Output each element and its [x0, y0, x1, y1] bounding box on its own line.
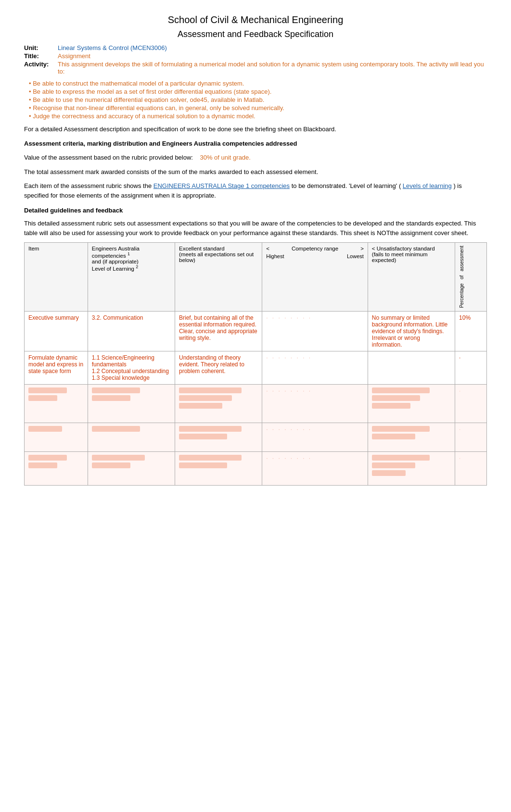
row4-item: [25, 423, 88, 451]
header-unsat-line1: < Unsatisfactory standard: [372, 246, 435, 251]
row3-excellent: [175, 384, 262, 423]
activity-row: Activity: This assignment develops the s…: [24, 61, 487, 75]
row3-item: [25, 384, 88, 423]
header-excellent-line1: Excellent standard: [179, 246, 225, 251]
comp-highest: Highest: [266, 253, 284, 259]
competency-header-inner: < Competency range >: [266, 246, 364, 251]
row1-ea: 3.2. Communication: [88, 311, 175, 351]
row5-competency: · · · · · · · ·: [262, 451, 368, 485]
row5-item: [25, 451, 88, 485]
bullet-1: Be able to construct the mathematical mo…: [29, 80, 487, 87]
value-highlight: 30% of unit grade.: [200, 154, 251, 161]
table-row: · · · · · · · · ·: [25, 384, 487, 423]
header-ea: Engineers Australia competencies 1 and (…: [88, 243, 175, 312]
row2-percentage: ·: [455, 351, 487, 384]
value-line: Value of the assessment based on the rub…: [24, 153, 487, 162]
row1-competency: · · · · · · · ·: [262, 311, 368, 351]
row2-item-text: Formulate dynamic model and express in s…: [28, 354, 83, 375]
bullet-list: Be able to construct the mathematical mo…: [29, 80, 487, 120]
header-unsat-line2: (fails to meet minimum expected): [372, 251, 428, 263]
unit-label: Unit:: [24, 44, 58, 51]
row5-ea: [88, 451, 175, 485]
row1-pct-text: 10%: [459, 314, 471, 321]
meta-block: Unit: Linear Systems & Control (MCEN3006…: [24, 44, 487, 75]
header-percentage: Percentage of assessment: [455, 243, 487, 312]
table-row: Executive summary 3.2. Communication Bri…: [25, 311, 487, 351]
briefing-paragraph: For a detailed Assessment description an…: [24, 125, 487, 134]
header-ea-line1: Engineers Australia competencies: [92, 246, 140, 259]
header-excellent-line2: (meets all expectations set out below): [179, 251, 254, 263]
row4-percentage: ·: [455, 423, 487, 451]
value-prefix: Value of the assessment based on the rub…: [24, 154, 193, 161]
row3-competency: · · · · · · · ·: [262, 384, 368, 423]
row2-excellent: Understanding of theory evident. Theory …: [175, 351, 262, 384]
row4-dots: · · · · · · · ·: [266, 426, 312, 433]
comp-prefix: Each item of the assessment rubric shows…: [24, 182, 153, 189]
header-ea-sup1: 1: [128, 251, 130, 256]
row1-ea-text: 3.2. Communication: [92, 314, 143, 321]
row3-ea: [88, 384, 175, 423]
criteria-heading: Assessment criteria, marking distributio…: [24, 139, 487, 149]
row2-pct-text: ·: [459, 354, 460, 361]
row5-excellent: [175, 451, 262, 485]
header-ea-line2: and (if appropriate): [92, 259, 139, 264]
comp-lowest: Lowest: [347, 253, 364, 259]
header-item: Item: [25, 243, 88, 312]
row5-unsatisfactory: [368, 451, 455, 485]
row2-item: Formulate dynamic model and express in s…: [25, 351, 88, 384]
row3-unsatisfactory: [368, 384, 455, 423]
bullet-5: Judge the correctness and accuracy of a …: [29, 112, 487, 120]
row1-excellent: Brief, but containing all of the essenti…: [175, 311, 262, 351]
row5-dots: · · · · · · · ·: [266, 455, 312, 462]
unit-value: Linear Systems & Control (MCEN3006): [58, 44, 167, 51]
comp-symbol-left: <: [266, 246, 269, 251]
page-title: School of Civil & Mechanical Engineering: [24, 14, 487, 25]
row2-unsatisfactory: [368, 351, 455, 384]
row1-unsatisfactory: No summary or limited background informa…: [368, 311, 455, 351]
header-ea-line3: Level of Learning: [92, 266, 134, 272]
bullet-3: Be able to use the numerical differentia…: [29, 96, 487, 103]
row1-item-text: Executive summary: [28, 314, 79, 321]
comp-suffix: to be demonstrated. 'Level of learning' …: [292, 182, 401, 189]
row2-excellent-text: Understanding of theory evident. Theory …: [179, 354, 244, 375]
competency-sub: Highest Lowest: [266, 253, 364, 259]
table-row: · · · · · · · · ·: [25, 423, 487, 451]
title-value: Assignment: [58, 52, 90, 60]
row1-percentage: 10%: [455, 311, 487, 351]
title-row: Title: Assignment: [24, 52, 487, 60]
bullet-4: Recognise that non-linear differential e…: [29, 104, 487, 112]
row2-dots: · · · · · · · ·: [266, 354, 312, 361]
unit-row: Unit: Linear Systems & Control (MCEN3006…: [24, 44, 487, 51]
header-competency: < Competency range > Highest Lowest: [262, 243, 368, 312]
row3-percentage: ·: [455, 384, 487, 423]
guidelines-text: This detailed assessment rubric sets out…: [24, 219, 487, 237]
total-line: The total assessment mark awarded consis…: [24, 167, 487, 177]
row4-ea: [88, 423, 175, 451]
comp-label: Competency range: [269, 246, 360, 251]
activity-text: This assignment develops the skill of fo…: [58, 61, 487, 75]
competency-line: Each item of the assessment rubric shows…: [24, 181, 487, 200]
table-header-row: Item Engineers Australia competencies 1 …: [25, 243, 487, 312]
row1-item: Executive summary: [25, 311, 88, 351]
guidelines-heading: Detailed guidelines and feedback: [24, 207, 487, 214]
rubric-table: Item Engineers Australia competencies 1 …: [24, 242, 487, 486]
row1-excellent-text: Brief, but containing all of the essenti…: [179, 314, 257, 341]
comp-link2[interactable]: Levels of learning: [403, 182, 452, 189]
table-row: Formulate dynamic model and express in s…: [25, 351, 487, 384]
header-item-label: Item: [28, 246, 39, 251]
row4-unsatisfactory: [368, 423, 455, 451]
row2-competency: · · · · · · · ·: [262, 351, 368, 384]
row4-excellent: [175, 423, 262, 451]
row2-ea: 1.1 Science/Engineering fundamentals 1.2…: [88, 351, 175, 384]
comp-link[interactable]: ENGINEERS AUSTRALIA Stage 1 competencies: [153, 182, 290, 189]
document-title: Assessment and Feedback Specification: [24, 29, 487, 39]
title-label: Title:: [24, 52, 58, 60]
header-excellent: Excellent standard (meets all expectatio…: [175, 243, 262, 312]
row1-dots: · · · · · · · ·: [266, 314, 312, 321]
activity-label: Activity:: [24, 61, 58, 75]
percentage-sideways: Percentage of assessment: [459, 246, 464, 308]
row5-percentage: ·: [455, 451, 487, 485]
header-unsatisfactory: < Unsatisfactory standard (fails to meet…: [368, 243, 455, 312]
row4-competency: · · · · · · · ·: [262, 423, 368, 451]
header-ea-sup2: 2: [136, 264, 138, 269]
